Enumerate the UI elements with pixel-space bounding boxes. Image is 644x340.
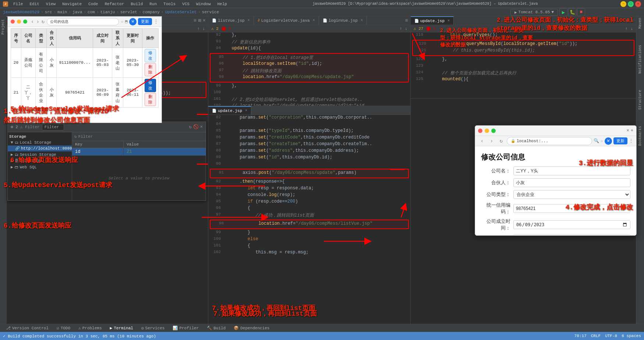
menu-tools[interactable]: Tools (160, 1, 178, 7)
tab-profiler[interactable]: 📊 Profiler (169, 325, 202, 331)
browser-max[interactable] (23, 20, 27, 24)
browser-update-btn[interactable]: 更新 (138, 18, 152, 25)
breadcrumb-item[interactable]: java (72, 10, 82, 14)
maximize-button[interactable]: □ (628, 1, 634, 7)
update-btn[interactable]: 更新 (613, 137, 627, 144)
minimize-button[interactable]: − (620, 1, 626, 7)
menu-edit[interactable]: Edit (26, 1, 42, 7)
bookmark-icon[interactable]: ☆ (121, 19, 124, 24)
delete-button-21[interactable]: 删除 (145, 93, 156, 106)
label-credit: 统一信用编码： (481, 202, 510, 215)
update-bookmark-icon[interactable]: ☆ (601, 138, 603, 144)
menu-code[interactable]: Code (85, 1, 101, 7)
col-id: 序号 (11, 29, 21, 48)
tree-indexed-db[interactable]: ▶ 🗄 IndexedDB (8, 158, 72, 164)
nav-refresh[interactable]: ↻ (497, 137, 505, 145)
tab-login-servlet-vue[interactable]: J LoginServletVue.java × (254, 16, 319, 25)
devtools-refresh-icon[interactable]: ↻ (189, 124, 192, 130)
breadcrumb-item[interactable]: company (143, 10, 160, 14)
nav-back[interactable]: ‹ (478, 137, 486, 145)
close-button[interactable]: × (635, 1, 641, 7)
menu-refactor[interactable]: Refactor (102, 1, 127, 7)
more-icon[interactable]: ⋮ (153, 18, 159, 25)
tree-web-sql[interactable]: ▶ 🗃 Web SQL (8, 164, 72, 170)
form-row-create-time: 公司成立时间： (481, 218, 630, 231)
debug-button[interactable]: 🐛 (568, 8, 576, 16)
storage-table-row-selected: id 21 (72, 148, 206, 156)
maven-icon[interactable]: Maven (638, 18, 642, 29)
tab-login-vue[interactable]: 📄 loginVue.jsp × (319, 16, 367, 25)
breadcrumb-item[interactable]: main (57, 10, 67, 14)
browser-url[interactable]: 公司的信息 (47, 18, 118, 25)
notifications-icon[interactable]: Notifications (638, 45, 642, 74)
breadcrumb-item[interactable]: javawebHome0529 (3, 10, 39, 14)
input-partner[interactable] (513, 178, 630, 187)
update-browser-close[interactable] (478, 129, 482, 133)
tab-update-jsp-right[interactable]: 📄 update.jsp × (411, 16, 454, 25)
tree-session-storage[interactable]: ▶ 🗂 Session Storage (8, 151, 72, 158)
menu-run[interactable]: Run (146, 1, 160, 7)
devtools-filter-input[interactable]: Filter (42, 124, 64, 130)
encoding: UTF-8 (605, 334, 617, 338)
update-search-icon[interactable]: 🔍 (594, 138, 599, 144)
code-line: 119 this.queryTypes(); (411, 32, 636, 39)
tab-build[interactable]: 🔨 Build (203, 325, 229, 331)
update-browser-min[interactable] (485, 129, 489, 133)
tab-todo[interactable]: ☑ TODO (53, 325, 74, 331)
menu-help[interactable]: Help (215, 1, 230, 7)
modify-button-21[interactable]: 修改 (145, 79, 156, 92)
menu-file[interactable]: File (10, 1, 26, 7)
menu-view[interactable]: View (43, 1, 59, 7)
update-browser-max[interactable] (491, 129, 496, 133)
tab-dependencies[interactable]: 📦 Dependencies (230, 325, 273, 331)
modify-button-20[interactable]: 修改 (145, 49, 156, 62)
breadcrumb-item[interactable]: tianju (100, 10, 115, 14)
tab-terminal[interactable]: ▶ Terminal (106, 325, 137, 331)
devtools-clear-icon[interactable]: 🚫 (193, 124, 199, 130)
browser-back[interactable]: ‹ (31, 19, 34, 25)
user-avatar[interactable]: W (129, 18, 137, 25)
browser-refresh[interactable]: ↻ (42, 18, 45, 25)
project-icon[interactable]: Project (1, 19, 5, 35)
tree-localhost-8080[interactable]: 🔗 http://localhost:8080 (8, 146, 72, 151)
stop-button[interactable]: ■ (577, 8, 585, 16)
update-browser-url[interactable]: 🔒 localhost:... (507, 137, 592, 145)
cell-type: 有限公司 (35, 48, 46, 78)
run-button[interactable]: ▶ (559, 8, 567, 16)
update-more-icon[interactable]: ⋮ (629, 138, 633, 144)
tab-update-jsp-middle[interactable]: 📄 update.jsp × (208, 106, 251, 115)
input-credit[interactable] (513, 204, 630, 213)
devtools-close-icon[interactable]: × (200, 125, 203, 130)
update-browser-new-tab[interactable]: + (631, 128, 633, 133)
input-create-time[interactable] (513, 220, 630, 229)
menu-vcs[interactable]: VCS (179, 1, 192, 7)
tab-version-control[interactable]: ⎇ Version Control (2, 325, 52, 331)
select-company-type[interactable]: 合伙企业 有限公司 (513, 190, 630, 199)
input-address[interactable] (513, 234, 630, 236)
browser-min[interactable] (17, 20, 21, 24)
nav-forward[interactable]: › (488, 137, 496, 145)
bookmarks-icon[interactable]: Bookmarks (638, 126, 642, 146)
tab-problems[interactable]: ⚠ Problems (75, 325, 105, 331)
update-browser-close-btn[interactable]: × (627, 128, 629, 133)
tab-list-vue[interactable]: 📄 listVue.jsp × (208, 16, 254, 25)
breadcrumb-item[interactable]: UpdateServlet (165, 10, 197, 14)
browser-forward[interactable]: › (36, 19, 39, 25)
tree-local-storage-expand[interactable]: ▼ 🗂 Local Storage (8, 140, 72, 146)
browser-close[interactable] (11, 20, 15, 24)
delete-button-20[interactable]: 删除 (145, 63, 156, 76)
breadcrumb-item[interactable]: servlet (120, 10, 137, 14)
menu-window[interactable]: Window (193, 1, 214, 7)
breadcrumb-item[interactable]: service (202, 10, 219, 14)
cell-credit: 9111000070... (57, 48, 93, 78)
breadcrumb-item[interactable]: src (45, 10, 52, 14)
structure-icon[interactable]: Structure (638, 90, 642, 110)
code-line: 99 } (208, 230, 410, 236)
tab-services[interactable]: ◎ Services (138, 325, 168, 331)
breadcrumb-item[interactable]: com (88, 10, 95, 14)
share-icon[interactable]: ⬒ (125, 19, 128, 24)
menu-build[interactable]: Build (128, 1, 146, 7)
tomcat-selector[interactable]: ▶ Tomcat 8.5.85 ▼ (510, 9, 558, 16)
input-company-name[interactable] (513, 167, 630, 175)
menu-navigate[interactable]: Navigate (59, 1, 85, 7)
